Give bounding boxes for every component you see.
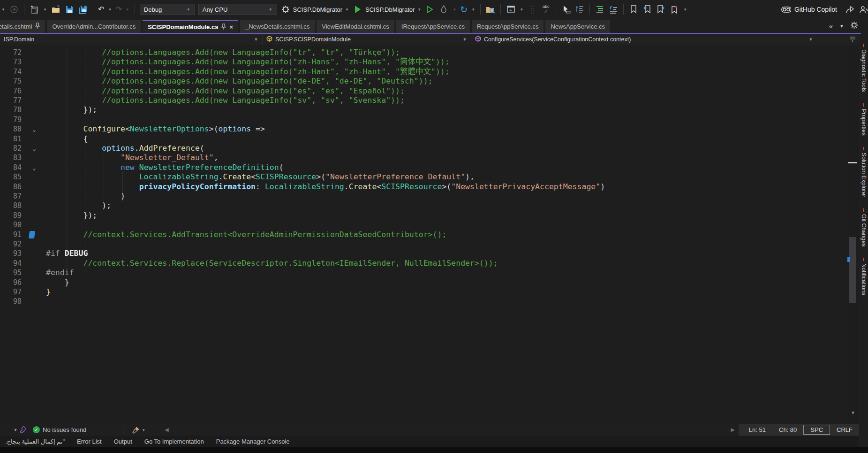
code-line-80[interactable]: 80⌄ Configure<NewsletterOptions>(options… <box>0 124 265 134</box>
code-line-95[interactable]: 95 #endif <box>0 268 74 277</box>
close-icon[interactable]: × <box>229 23 233 31</box>
code-line-85[interactable]: 85 LocalizableString.Create<SCISPResourc… <box>0 172 475 182</box>
fold-chevron-icon[interactable]: ⌄ <box>23 125 46 134</box>
member-dropdown[interactable]: ConfigureServices(ServiceConfigurationCo… <box>471 34 859 45</box>
code-line-92[interactable]: 92 <box>0 239 46 249</box>
document-tab-active[interactable]: SCISPDomainModule.cs× <box>143 20 238 33</box>
code-line-76[interactable]: 76 //options.Languages.Add(new LanguageI… <box>0 86 405 96</box>
no-issues-check-icon[interactable]: ✓ <box>33 426 40 433</box>
vertical-scrollbar[interactable]: ▼ <box>847 45 859 424</box>
share-icon[interactable] <box>845 4 855 15</box>
solution-platform-select[interactable]: Any CPU ▾ <box>198 4 277 15</box>
code-line-88[interactable]: 88 ); <box>0 201 111 210</box>
document-tab[interactable]: ViewEditModal.cshtml.cs <box>317 20 394 33</box>
health-dropdown-icon[interactable]: ▼ <box>13 428 18 432</box>
code-line-82[interactable]: 82⌄ options.AddPreference( <box>0 144 204 153</box>
code-line-81[interactable]: 81 { <box>0 134 88 144</box>
code-line-74[interactable]: 74 //options.Languages.Add(new LanguageI… <box>0 67 450 77</box>
code-line-79[interactable]: 79 <box>0 115 46 124</box>
browser-dropdown-icon[interactable]: ▾ <box>519 7 524 12</box>
split-editor-handle[interactable] <box>849 36 856 42</box>
save-all-icon[interactable] <box>78 4 88 15</box>
redo-icon[interactable]: ↷ <box>115 6 121 13</box>
column-indicator[interactable]: Ch: 80 <box>772 426 803 433</box>
code-line-87[interactable]: 87 ) <box>0 192 125 201</box>
spaces-mode-toggle[interactable]: SPC <box>803 425 830 435</box>
solution-configuration-select[interactable]: Debug ▾ <box>140 4 195 15</box>
find-in-files-icon[interactable] <box>485 4 496 15</box>
navigate-back-dropdown-icon[interactable]: ▾ <box>1 7 6 12</box>
toggle-bookmark-icon[interactable] <box>628 4 639 15</box>
hot-reload-icon[interactable] <box>438 4 449 15</box>
previous-bookmark-icon[interactable] <box>642 4 652 15</box>
code-line-73[interactable]: 73 //options.Languages.Add(new LanguageI… <box>0 57 450 67</box>
bottom-tab-operation-message[interactable]: "تم إكمال العملية بنجاح. <box>3 436 65 447</box>
navigate-forward-icon[interactable] <box>9 4 19 15</box>
next-bookmark-icon[interactable] <box>656 4 666 15</box>
clear-bookmarks-icon[interactable] <box>669 4 679 15</box>
code-cleanup-brush-icon[interactable] <box>131 425 141 435</box>
code-cleanup-dropdown-icon[interactable]: ▾ <box>141 428 146 432</box>
code-line-90[interactable]: 90 <box>0 220 46 230</box>
code-line-97[interactable]: 97 } <box>0 287 51 297</box>
new-item-dropdown-icon[interactable]: ▾ <box>43 7 47 12</box>
fold-chevron-icon[interactable]: ⌄ <box>23 163 46 173</box>
github-copilot-icon[interactable] <box>781 4 791 15</box>
pin-icon[interactable] <box>221 23 226 31</box>
project-dropdown[interactable]: ISP.Domain ▼ <box>0 34 263 45</box>
pin-icon[interactable] <box>35 23 40 30</box>
code-analysis-icon[interactable] <box>18 425 28 435</box>
bottom-tab-error-list[interactable]: Error List <box>77 436 102 447</box>
line-ending-indicator[interactable]: CRLF <box>830 425 859 435</box>
code-editor[interactable]: 72 //options.Languages.Add(new LanguageI… <box>0 45 847 424</box>
live-share-person-icon[interactable] <box>859 4 868 15</box>
scrollbar-thumb[interactable] <box>849 237 856 303</box>
tool-window-tab-git-changes[interactable]: Git Changes <box>860 208 867 246</box>
fold-chevron-icon[interactable]: ⌄ <box>23 144 46 154</box>
undo-icon[interactable]: ↶ <box>98 6 104 13</box>
browser-home-icon[interactable] <box>506 4 516 15</box>
redo-dropdown-icon[interactable]: ▾ <box>125 7 130 12</box>
window-list-icon[interactable]: ▼ <box>839 23 844 29</box>
code-line-84[interactable]: 84⌄ new NewsletterPreferenceDefinition( <box>0 163 284 172</box>
code-line-94[interactable]: 94 //context.Services.Replace(ServiceDes… <box>0 259 498 268</box>
code-line-96[interactable]: 96 } <box>0 278 69 287</box>
bottom-tab-output[interactable]: Output <box>114 436 132 447</box>
code-line-83[interactable]: 83 "Newsletter_Default", <box>0 153 219 162</box>
bookmarks-dropdown-icon[interactable]: ▾ <box>683 7 687 12</box>
scroll-tabs-left-icon[interactable]: « <box>829 22 833 30</box>
bottom-tab-go-to-implementation[interactable]: Go To Implementation <box>144 436 204 447</box>
document-tab[interactable]: OverrideAdmin...Contributor.cs <box>47 20 141 33</box>
format-document-icon[interactable] <box>574 4 585 15</box>
code-line-98[interactable]: 98 <box>0 297 46 306</box>
code-line-93[interactable]: 93 #if DEBUG <box>0 249 88 258</box>
hscroll-left-arrow[interactable]: ◀ <box>161 427 172 433</box>
code-line-75[interactable]: 75 //options.Languages.Add(new LanguageI… <box>0 77 433 86</box>
code-line-86[interactable]: 86 privacyPolicyConfirmation: Localizabl… <box>0 182 605 192</box>
code-line-72[interactable]: 72 //options.Languages.Add(new LanguageI… <box>0 48 400 57</box>
document-tab[interactable]: IRequestAppService.cs <box>396 20 470 33</box>
code-line-77[interactable]: 77 //options.Languages.Add(new LanguageI… <box>0 96 405 105</box>
comment-lines-icon[interactable] <box>608 4 619 15</box>
spell-check-icon[interactable]: abc ✓ <box>541 4 551 15</box>
save-icon[interactable] <box>64 4 75 15</box>
code-line-78[interactable]: 78 }); <box>0 105 97 115</box>
hscroll-right-arrow[interactable]: ▶ <box>727 427 738 433</box>
new-item-icon[interactable] <box>29 4 39 15</box>
code-line-89[interactable]: 89 }); <box>0 211 97 220</box>
tool-window-tab-diagnostic-tools[interactable]: Diagnostic Tools <box>860 44 867 92</box>
undo-dropdown-icon[interactable]: ▾ <box>107 7 112 12</box>
bookmark-marker[interactable] <box>29 231 35 238</box>
hscroll-track[interactable] <box>173 424 727 436</box>
copilot-label[interactable]: GitHub Copilot <box>794 6 837 13</box>
code-line-91[interactable]: 91 //context.Services.AddTransient<Overr… <box>0 230 446 239</box>
restart-dropdown-icon[interactable]: ▾ <box>471 7 476 12</box>
document-tab[interactable]: sDetails.cshtml <box>0 20 45 33</box>
indent-lines-icon[interactable] <box>595 4 605 15</box>
scrollbar-down-arrow[interactable]: ▼ <box>847 410 859 415</box>
document-tab[interactable]: _NewsDetails.cshtml.cs <box>240 20 315 33</box>
tool-window-tab-solution-explorer[interactable]: Solution Explorer <box>860 147 867 197</box>
line-indicator[interactable]: Ln: 51 <box>742 426 772 433</box>
open-folder-icon[interactable] <box>51 4 61 15</box>
document-tab[interactable]: NewsAppService.cs <box>545 20 610 33</box>
